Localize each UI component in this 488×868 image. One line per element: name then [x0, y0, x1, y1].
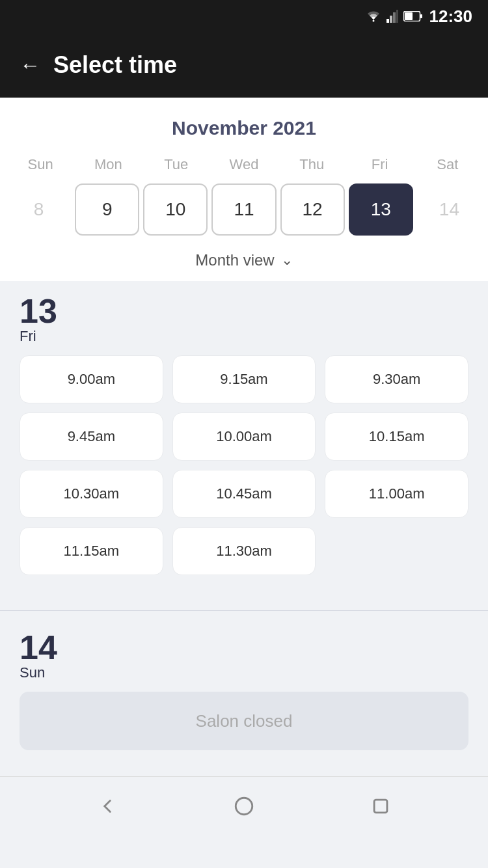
page-title: Select time: [53, 51, 177, 79]
nav-back-button[interactable]: [93, 792, 122, 821]
section-divider: [0, 610, 488, 611]
time-slot[interactable]: 9.45am: [20, 413, 163, 461]
time-slot[interactable]: 11.15am: [20, 527, 163, 575]
svg-rect-4: [396, 10, 398, 23]
day-name-13: Fri: [20, 328, 36, 345]
weekday-mon: Mon: [74, 152, 142, 177]
weekday-sun: Sun: [7, 152, 74, 177]
wifi-icon: [366, 10, 381, 22]
back-button[interactable]: ←: [20, 53, 40, 77]
signal-icon: [386, 10, 398, 23]
svg-rect-1: [386, 19, 389, 23]
weekday-fri: Fri: [346, 152, 413, 177]
svg-rect-6: [405, 12, 413, 20]
day-number-14: 14: [20, 631, 57, 664]
app-header: ← Select time: [0, 33, 488, 98]
svg-rect-7: [420, 14, 422, 18]
weekday-thu: Thu: [278, 152, 346, 177]
status-time: 12:30: [429, 7, 473, 27]
svg-rect-9: [374, 800, 387, 813]
bottom-nav: [0, 776, 488, 835]
days-row: 8 9 10 11 12 13 14: [0, 177, 488, 246]
salon-closed-box: Salon closed: [20, 692, 468, 750]
time-slots-grid: 9.00am9.15am9.30am9.45am10.00am10.15am10…: [20, 355, 468, 575]
calendar-section: November 2021 Sun Mon Tue Wed Thu Fri Sa…: [0, 98, 488, 281]
day-number-13: 13: [20, 294, 57, 328]
chevron-down-icon: ⌄: [281, 252, 293, 269]
battery-icon: [403, 11, 423, 21]
home-nav-icon: [233, 795, 255, 817]
status-icons: [366, 10, 423, 23]
back-nav-icon: [96, 795, 118, 817]
time-section-13: 13 Fri 9.00am9.15am9.30am9.45am10.00am10…: [0, 281, 488, 597]
day-name-14: Sun: [20, 664, 45, 681]
time-slot[interactable]: 10.00am: [172, 413, 316, 461]
day-cell-10[interactable]: 10: [143, 183, 208, 236]
day-cell-13[interactable]: 13: [349, 183, 413, 236]
day-cell-14[interactable]: 14: [417, 183, 481, 236]
weekday-header: Sun Mon Tue Wed Thu Fri Sat: [0, 152, 488, 177]
time-slot[interactable]: 10.30am: [20, 470, 163, 518]
time-slot[interactable]: 10.45am: [172, 470, 316, 518]
day-cell-8[interactable]: 8: [7, 183, 71, 236]
day-cell-12[interactable]: 12: [280, 183, 345, 236]
time-slot[interactable]: 10.15am: [325, 413, 468, 461]
weekday-sat: Sat: [414, 152, 481, 177]
time-slot[interactable]: 9.00am: [20, 355, 163, 403]
time-slot[interactable]: 9.15am: [172, 355, 316, 403]
nav-home-button[interactable]: [230, 792, 258, 821]
time-slot[interactable]: 11.30am: [172, 527, 316, 575]
day-header-14: 14 Sun: [20, 631, 468, 681]
svg-point-0: [372, 20, 374, 22]
closed-section-14: 14 Sun Salon closed: [0, 624, 488, 770]
day-cell-9[interactable]: 9: [75, 183, 139, 236]
month-view-label: Month view: [195, 251, 274, 269]
time-slot[interactable]: 11.00am: [325, 470, 468, 518]
month-title: November 2021: [0, 111, 488, 152]
svg-rect-2: [390, 16, 392, 23]
svg-point-8: [236, 798, 252, 815]
salon-closed-text: Salon closed: [196, 711, 293, 731]
day-header-13: 13 Fri: [20, 294, 468, 345]
weekday-wed: Wed: [210, 152, 278, 177]
status-bar: 12:30: [0, 0, 488, 33]
recents-nav-icon: [370, 795, 392, 817]
day-cell-11[interactable]: 11: [211, 183, 276, 236]
weekday-tue: Tue: [142, 152, 210, 177]
nav-recents-button[interactable]: [366, 792, 395, 821]
time-slot[interactable]: 9.30am: [325, 355, 468, 403]
month-view-toggle[interactable]: Month view ⌄: [0, 246, 488, 281]
svg-rect-3: [393, 12, 396, 23]
